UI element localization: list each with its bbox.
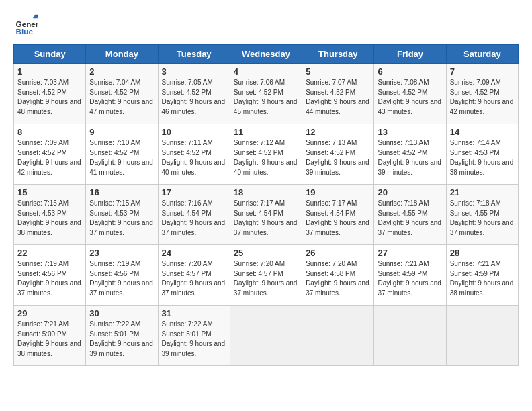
day-number: 27 xyxy=(378,248,442,258)
day-number: 21 xyxy=(450,187,515,197)
day-number: 22 xyxy=(17,248,82,258)
day-info: Sunrise: 7:04 AMSunset: 4:52 PMDaylight:… xyxy=(89,79,153,116)
day-number: 11 xyxy=(234,127,298,137)
calendar-cell: 6Sunrise: 7:08 AMSunset: 4:52 PMDaylight… xyxy=(374,64,446,124)
day-info: Sunrise: 7:13 AMSunset: 4:52 PMDaylight:… xyxy=(378,139,441,176)
day-info: Sunrise: 7:19 AMSunset: 4:56 PMDaylight:… xyxy=(89,260,153,297)
day-header-tuesday: Tuesday xyxy=(158,45,230,64)
day-info: Sunrise: 7:20 AMSunset: 4:58 PMDaylight:… xyxy=(306,260,369,297)
day-header-sunday: Sunday xyxy=(14,45,86,64)
calendar-cell xyxy=(302,306,374,366)
day-info: Sunrise: 7:18 AMSunset: 4:55 PMDaylight:… xyxy=(378,199,441,236)
calendar-cell: 17Sunrise: 7:16 AMSunset: 4:54 PMDayligh… xyxy=(158,185,230,245)
calendar-cell: 16Sunrise: 7:15 AMSunset: 4:53 PMDayligh… xyxy=(86,185,158,245)
calendar-week-1: 1Sunrise: 7:03 AMSunset: 4:52 PMDaylight… xyxy=(14,64,519,124)
day-header-saturday: Saturday xyxy=(446,45,518,64)
calendar-cell: 21Sunrise: 7:18 AMSunset: 4:55 PMDayligh… xyxy=(446,185,518,245)
day-number: 30 xyxy=(89,308,154,318)
day-info: Sunrise: 7:20 AMSunset: 4:57 PMDaylight:… xyxy=(162,260,226,297)
day-number: 1 xyxy=(17,66,82,77)
day-header-thursday: Thursday xyxy=(302,45,374,64)
calendar-cell: 4Sunrise: 7:06 AMSunset: 4:52 PMDaylight… xyxy=(230,64,302,124)
day-number: 2 xyxy=(89,66,154,77)
calendar-cell: 18Sunrise: 7:17 AMSunset: 4:54 PMDayligh… xyxy=(230,185,302,245)
day-info: Sunrise: 7:12 AMSunset: 4:52 PMDaylight:… xyxy=(234,139,298,176)
calendar-cell: 14Sunrise: 7:14 AMSunset: 4:53 PMDayligh… xyxy=(446,124,518,185)
day-number: 5 xyxy=(306,66,370,77)
day-number: 20 xyxy=(378,187,442,197)
day-number: 26 xyxy=(306,248,370,258)
calendar-cell: 5Sunrise: 7:07 AMSunset: 4:52 PMDaylight… xyxy=(302,64,374,124)
day-info: Sunrise: 7:21 AMSunset: 4:59 PMDaylight:… xyxy=(450,260,514,297)
calendar-cell: 11Sunrise: 7:12 AMSunset: 4:52 PMDayligh… xyxy=(230,124,302,185)
day-number: 19 xyxy=(306,187,370,197)
calendar-cell: 22Sunrise: 7:19 AMSunset: 4:56 PMDayligh… xyxy=(14,245,86,306)
calendar-cell: 8Sunrise: 7:09 AMSunset: 4:52 PMDaylight… xyxy=(14,124,86,185)
day-info: Sunrise: 7:07 AMSunset: 4:52 PMDaylight:… xyxy=(306,79,369,116)
day-number: 9 xyxy=(89,127,154,137)
calendar-cell: 9Sunrise: 7:10 AMSunset: 4:52 PMDaylight… xyxy=(86,124,158,185)
day-info: Sunrise: 7:14 AMSunset: 4:53 PMDaylight:… xyxy=(450,139,514,176)
calendar-week-3: 15Sunrise: 7:15 AMSunset: 4:53 PMDayligh… xyxy=(14,185,519,245)
calendar-cell: 25Sunrise: 7:20 AMSunset: 4:57 PMDayligh… xyxy=(230,245,302,306)
calendar-week-2: 8Sunrise: 7:09 AMSunset: 4:52 PMDaylight… xyxy=(14,124,519,185)
day-number: 7 xyxy=(450,66,515,77)
logo-icon: General Blue xyxy=(13,13,38,38)
calendar-week-4: 22Sunrise: 7:19 AMSunset: 4:56 PMDayligh… xyxy=(14,245,519,306)
calendar-cell: 3Sunrise: 7:05 AMSunset: 4:52 PMDaylight… xyxy=(158,64,230,124)
day-number: 24 xyxy=(162,248,226,258)
day-number: 23 xyxy=(89,248,154,258)
page-header: General Blue xyxy=(13,13,519,38)
calendar-week-5: 29Sunrise: 7:21 AMSunset: 5:00 PMDayligh… xyxy=(14,306,519,366)
calendar-cell: 13Sunrise: 7:13 AMSunset: 4:52 PMDayligh… xyxy=(374,124,446,185)
calendar-cell: 20Sunrise: 7:18 AMSunset: 4:55 PMDayligh… xyxy=(374,185,446,245)
day-info: Sunrise: 7:22 AMSunset: 5:01 PMDaylight:… xyxy=(89,320,153,357)
day-header-wednesday: Wednesday xyxy=(230,45,302,64)
calendar-cell: 19Sunrise: 7:17 AMSunset: 4:54 PMDayligh… xyxy=(302,185,374,245)
day-number: 13 xyxy=(378,127,442,137)
day-header-friday: Friday xyxy=(374,45,446,64)
day-number: 17 xyxy=(162,187,226,197)
calendar-cell xyxy=(374,306,446,366)
svg-text:Blue: Blue xyxy=(16,27,34,36)
calendar-cell: 31Sunrise: 7:22 AMSunset: 5:01 PMDayligh… xyxy=(158,306,230,366)
day-number: 14 xyxy=(450,127,515,137)
day-info: Sunrise: 7:06 AMSunset: 4:52 PMDaylight:… xyxy=(234,79,298,116)
day-info: Sunrise: 7:17 AMSunset: 4:54 PMDaylight:… xyxy=(234,199,298,236)
day-number: 10 xyxy=(162,127,226,137)
day-number: 25 xyxy=(234,248,298,258)
calendar-cell: 28Sunrise: 7:21 AMSunset: 4:59 PMDayligh… xyxy=(446,245,518,306)
calendar-cell: 2Sunrise: 7:04 AMSunset: 4:52 PMDaylight… xyxy=(86,64,158,124)
day-info: Sunrise: 7:21 AMSunset: 4:59 PMDaylight:… xyxy=(378,260,441,297)
calendar-cell: 12Sunrise: 7:13 AMSunset: 4:52 PMDayligh… xyxy=(302,124,374,185)
day-number: 28 xyxy=(450,248,515,258)
calendar-cell xyxy=(230,306,302,366)
day-info: Sunrise: 7:15 AMSunset: 4:53 PMDaylight:… xyxy=(17,199,81,236)
day-number: 29 xyxy=(17,308,82,318)
day-info: Sunrise: 7:19 AMSunset: 4:56 PMDaylight:… xyxy=(17,260,81,297)
calendar-cell: 29Sunrise: 7:21 AMSunset: 5:00 PMDayligh… xyxy=(14,306,86,366)
day-info: Sunrise: 7:10 AMSunset: 4:52 PMDaylight:… xyxy=(89,139,153,176)
calendar-cell: 24Sunrise: 7:20 AMSunset: 4:57 PMDayligh… xyxy=(158,245,230,306)
day-number: 8 xyxy=(17,127,82,137)
day-number: 18 xyxy=(234,187,298,197)
day-info: Sunrise: 7:15 AMSunset: 4:53 PMDaylight:… xyxy=(89,199,153,236)
logo: General Blue xyxy=(13,13,40,38)
day-info: Sunrise: 7:13 AMSunset: 4:52 PMDaylight:… xyxy=(306,139,369,176)
day-number: 16 xyxy=(89,187,154,197)
day-info: Sunrise: 7:09 AMSunset: 4:52 PMDaylight:… xyxy=(450,79,514,116)
day-info: Sunrise: 7:16 AMSunset: 4:54 PMDaylight:… xyxy=(162,199,226,236)
calendar-cell xyxy=(446,306,518,366)
day-info: Sunrise: 7:03 AMSunset: 4:52 PMDaylight:… xyxy=(17,79,81,116)
day-info: Sunrise: 7:18 AMSunset: 4:55 PMDaylight:… xyxy=(450,199,514,236)
calendar-cell: 30Sunrise: 7:22 AMSunset: 5:01 PMDayligh… xyxy=(86,306,158,366)
day-header-monday: Monday xyxy=(86,45,158,64)
day-number: 4 xyxy=(234,66,298,77)
day-number: 6 xyxy=(378,66,442,77)
calendar-cell: 7Sunrise: 7:09 AMSunset: 4:52 PMDaylight… xyxy=(446,64,518,124)
calendar-cell: 1Sunrise: 7:03 AMSunset: 4:52 PMDaylight… xyxy=(14,64,86,124)
calendar-cell: 27Sunrise: 7:21 AMSunset: 4:59 PMDayligh… xyxy=(374,245,446,306)
day-number: 31 xyxy=(162,308,226,318)
day-info: Sunrise: 7:09 AMSunset: 4:52 PMDaylight:… xyxy=(17,139,81,176)
calendar-cell: 15Sunrise: 7:15 AMSunset: 4:53 PMDayligh… xyxy=(14,185,86,245)
